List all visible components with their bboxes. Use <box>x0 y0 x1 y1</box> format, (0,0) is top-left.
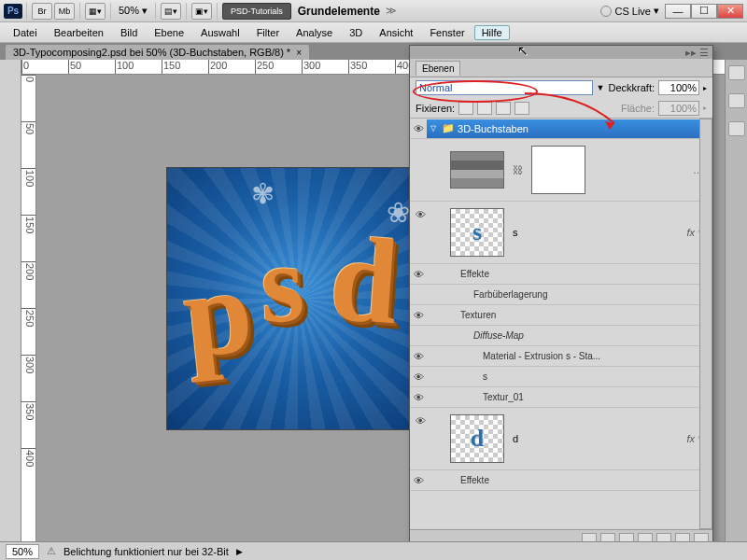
status-bar: 50% ⚠ Belichtung funktioniert nur bei 32… <box>0 541 747 560</box>
visibility-toggle-icon[interactable] <box>412 143 429 147</box>
adjustments-panel-icon[interactable] <box>728 93 745 108</box>
close-button[interactable]: ✕ <box>717 4 743 19</box>
minibridge-button[interactable]: Mb <box>54 3 75 20</box>
layer-row[interactable]: 👁 d d fx ▽ <box>410 408 712 470</box>
toolbox-collapsed[interactable] <box>0 60 21 541</box>
layer-thumbnail[interactable]: d <box>450 414 504 463</box>
layer-thumbnail[interactable]: s <box>450 208 504 257</box>
bridge-button[interactable]: Br <box>32 3 52 20</box>
status-message: Belichtung funktioniert nur bei 32-Bit <box>63 546 229 557</box>
fill-input: 100% <box>658 101 699 116</box>
ruler-vertical: 050100150200250300350400 <box>21 75 36 541</box>
layer-list[interactable]: 👁 ▽ 📁 3D-Buchstaben ⛓ … 👁 s s fx ▽ 👁Effe… <box>410 119 712 529</box>
layer-mask-thumbnail[interactable] <box>531 146 585 194</box>
layer-textures-row[interactable]: 👁Texturen <box>410 305 712 326</box>
opacity-label: Deckkraft: <box>608 82 655 93</box>
workspace-label[interactable]: Grundelemente <box>292 5 386 18</box>
swatches-panel-icon[interactable] <box>728 65 745 80</box>
view-mode-dropdown[interactable]: ▦▾ <box>85 3 106 20</box>
artwork-letter-d: d <box>326 208 403 353</box>
menu-3d[interactable]: 3D <box>342 25 370 40</box>
document-tab-title: 3D-Typocomposing2.psd bei 50% (3D-Buchst… <box>13 47 290 58</box>
layer-effects-row[interactable]: 👁Effekte <box>410 264 712 285</box>
layer-thumbnail[interactable] <box>450 151 504 189</box>
title-bar: Ps Br Mb ▦▾ 50% ▾ ▤▾ ▣▾ PSD-Tutorials Gr… <box>0 0 747 22</box>
menu-fenster[interactable]: Fenster <box>422 25 472 40</box>
flourish-decoration: ✾ <box>251 177 275 210</box>
document-tab-close-icon[interactable]: × <box>296 48 302 58</box>
cslive-label[interactable]: CS Live <box>614 6 651 17</box>
lock-label: Fixieren: <box>416 103 455 114</box>
history-panel-icon[interactable] <box>728 121 745 136</box>
menu-analyse[interactable]: Analyse <box>289 25 340 40</box>
layer-material-row[interactable]: 👁Material - Extrusion s - Sta... <box>410 346 712 367</box>
document-canvas[interactable]: ✾ ❀ ✿ p s d <box>167 168 429 429</box>
menu-bild[interactable]: Bild <box>113 25 145 40</box>
menu-filter[interactable]: Filter <box>249 25 287 40</box>
visibility-toggle-icon[interactable]: 👁 <box>410 123 427 134</box>
layers-panel: ▸▸ ☰ Ebenen Normal ▼ Deckkraft: 100%▸ Fi… <box>409 45 713 549</box>
visibility-toggle-icon[interactable]: 👁 <box>412 205 429 220</box>
cslive-icon[interactable] <box>600 6 612 17</box>
lock-transparency-icon[interactable] <box>458 102 473 115</box>
lock-all-icon[interactable] <box>514 102 529 115</box>
zoom-dropdown[interactable]: 50% ▾ <box>115 5 151 17</box>
panel-dock <box>725 60 747 541</box>
layer-effect-coloroverlay[interactable]: Farbüberlagerung <box>410 285 712 305</box>
layer-row[interactable]: ⛓ … <box>410 139 712 202</box>
artwork-letter-p: p <box>176 240 259 386</box>
minimize-button[interactable]: — <box>665 4 691 19</box>
folder-icon: 📁 <box>439 122 458 134</box>
maximize-button[interactable]: ☐ <box>691 4 717 19</box>
layer-name[interactable]: s <box>507 227 518 238</box>
screen-mode-dropdown[interactable]: ▣▾ <box>191 3 212 20</box>
link-icon[interactable]: ⛓ <box>507 164 529 175</box>
menu-bar: Datei Bearbeiten Bild Ebene Auswahl Filt… <box>0 22 747 43</box>
menu-ansicht[interactable]: Ansicht <box>372 25 420 40</box>
workspace-more-icon[interactable]: ≫ <box>386 5 397 17</box>
layer-diffusemap-row[interactable]: Diffuse-Map <box>410 326 712 346</box>
menu-bearbeiten[interactable]: Bearbeiten <box>47 25 111 40</box>
document-tab[interactable]: 3D-Typocomposing2.psd bei 50% (3D-Buchst… <box>6 45 309 60</box>
layers-tab[interactable]: Ebenen <box>416 61 460 76</box>
menu-auswahl[interactable]: Auswahl <box>193 25 247 40</box>
artwork-letter-s: s <box>259 218 306 349</box>
lock-position-icon[interactable] <box>496 102 511 115</box>
opacity-input[interactable]: 100% <box>658 80 699 95</box>
visibility-toggle-icon[interactable]: 👁 <box>412 412 429 427</box>
panel-collapse-icon[interactable]: ▸▸ <box>685 47 697 59</box>
layer-list-scrollbar[interactable] <box>699 119 712 529</box>
lock-pixels-icon[interactable] <box>477 102 492 115</box>
layer-group-row[interactable]: 👁 ▽ 📁 3D-Buchstaben <box>410 119 712 139</box>
menu-ebene[interactable]: Ebene <box>147 25 191 40</box>
photoshop-icon: Ps <box>4 4 22 19</box>
panel-menu-icon[interactable]: ☰ <box>699 47 709 59</box>
fill-label: Fläche: <box>621 103 655 114</box>
workspace-brand-button[interactable]: PSD-Tutorials <box>222 3 291 20</box>
layer-effects-row[interactable]: 👁Effekte <box>410 470 712 491</box>
layer-name[interactable]: d <box>507 433 518 444</box>
status-zoom[interactable]: 50% <box>6 544 39 559</box>
layer-group-name: 3D-Buchstaben <box>458 123 529 134</box>
layer-row[interactable]: 👁 s s fx ▽ <box>410 202 712 264</box>
panel-grip[interactable]: ▸▸ ☰ <box>410 46 712 59</box>
layer-texture01-row[interactable]: 👁Textur_01 <box>410 387 712 408</box>
menu-datei[interactable]: Datei <box>6 25 45 40</box>
blend-mode-dropdown[interactable]: Normal <box>416 80 593 95</box>
status-info-icon[interactable]: ⚠ <box>47 545 56 557</box>
menu-hilfe[interactable]: Hilfe <box>474 25 510 40</box>
arrange-dropdown[interactable]: ▤▾ <box>161 3 181 20</box>
layer-texture-s-row[interactable]: 👁s <box>410 367 712 387</box>
